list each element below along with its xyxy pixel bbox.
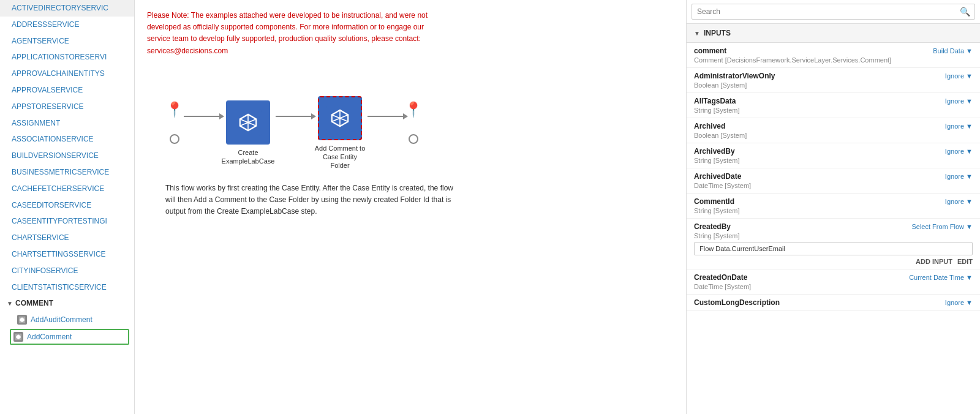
input-row-archivedby: ArchivedBy Ignore ▼ String [System] — [687, 143, 980, 168]
sidebar-item-chartsettingsservice[interactable]: CHARTSETTINGSSERVICE — [0, 246, 134, 263]
input-name: AllTagsData — [694, 97, 736, 105]
node-box-2[interactable] — [318, 96, 362, 140]
flow-arrow-1 — [184, 116, 221, 117]
input-action-comment[interactable]: Build Data ▼ — [933, 47, 973, 55]
input-type: String [System] — [694, 207, 973, 214]
flow-node-2[interactable]: Add Comment to Case Entity Folder — [312, 75, 368, 170]
input-row-commentid: CommentId Ignore ▼ String [System] — [687, 194, 980, 219]
chevron-down-icon: ▼ — [966, 299, 973, 306]
right-panel: 🔍 ▼ INPUTS comment Build Data ▼ Comment … — [686, 0, 980, 414]
input-row-alltagsdata: AllTagsData Ignore ▼ String [System] — [687, 93, 980, 118]
sidebar-item-label: ASSIGNMENT — [12, 118, 60, 129]
sidebar-subitem-addcomment[interactable]: AddComment — [10, 329, 129, 345]
input-row-archived: Archived Ignore ▼ Boolean [System] — [687, 118, 980, 143]
input-name: AdministratorViewOnly — [694, 72, 775, 80]
sidebar-item-activedirectoryservice[interactable]: ACTIVEDIRECTORYSERVIC — [0, 0, 134, 17]
flow-arrow-3 — [368, 116, 404, 117]
arrow-line-3 — [368, 116, 404, 117]
search-wrapper: 🔍 — [692, 4, 975, 20]
input-type: DateTime [System] — [694, 283, 973, 290]
input-name-comment: comment — [694, 47, 726, 55]
sidebar-item-label: CASEEDITORSERVICE — [12, 200, 91, 211]
chevron-down-icon: ▼ — [966, 274, 973, 281]
sidebar-item-appstoreservice[interactable]: APPSTORESERVICE — [0, 99, 134, 115]
input-row-header: CreatedOnDate Current Date Time ▼ — [694, 273, 973, 282]
node-label-2: Add Comment to Case Entity Folder — [312, 144, 368, 170]
sidebar-item-label: BUILDVERSIONSERVICE — [12, 151, 99, 161]
input-row-comment: comment Build Data ▼ Comment [DecisionsF… — [687, 43, 980, 68]
input-type: DateTime [System] — [694, 182, 973, 189]
chevron-down-icon: ▼ — [694, 30, 700, 37]
input-row-header: AdministratorViewOnly Ignore ▼ — [694, 72, 973, 80]
sidebar-item-clientstatisticservice[interactable]: CLIENTSTATISTICSERVICE — [0, 279, 134, 296]
sidebar-item-addressservice[interactable]: ADDRESSSERVICE — [0, 17, 134, 33]
sidebar-item-agentservice[interactable]: AGENTSERVICE — [0, 33, 134, 50]
input-type: String [System] — [694, 107, 973, 114]
flow-start-node: 📍 — [165, 101, 184, 144]
flow-diagram: 📍 Create ExampleLabCase — [165, 75, 674, 170]
main-content: Please Note: The examples attached were … — [135, 0, 686, 414]
input-value-box: Flow Data.CurrentUserEmail — [694, 242, 973, 255]
input-action[interactable]: Ignore ▼ — [945, 148, 973, 155]
sidebar-item-label: AGENTSERVICE — [12, 36, 69, 47]
sidebar-section-comment[interactable]: ▼ COMMENT — [0, 295, 134, 312]
input-actions-row: ADD INPUT EDIT — [694, 258, 973, 265]
input-action[interactable]: Ignore ▼ — [945, 122, 973, 130]
sidebar-item-approvalservice[interactable]: APPROVALSERVICE — [0, 82, 134, 99]
sidebar-item-businessmetricservice[interactable]: BUSINESSMETRICSERVICE — [0, 164, 134, 181]
input-action[interactable]: Ignore ▼ — [945, 97, 973, 105]
search-icon: 🔍 — [960, 7, 970, 17]
input-action[interactable]: Ignore ▼ — [945, 72, 973, 80]
flow-node-1[interactable]: Create ExampleLabCase — [221, 80, 276, 166]
sidebar-item-label: CHARTSETTINGSSERVICE — [12, 249, 106, 260]
input-name: CreatedBy — [694, 222, 731, 231]
sidebar-item-associationservice[interactable]: ASSOCIATIONSERVICE — [0, 131, 134, 148]
sidebar-item-caseentityfortesting[interactable]: CASEENTITYFORTESTINGI — [0, 213, 134, 230]
chevron-down-icon: ▼ — [966, 97, 973, 105]
inputs-header[interactable]: ▼ INPUTS — [687, 24, 980, 43]
sidebar-item-caseeditorservice[interactable]: CASEEDITORSERVICE — [0, 197, 134, 214]
input-row-createdondate: CreatedOnDate Current Date Time ▼ DateTi… — [687, 269, 980, 295]
sidebar: ACTIVEDIRECTORYSERVIC ADDRESSSERVICE AGE… — [0, 0, 135, 414]
input-action[interactable]: Ignore ▼ — [945, 198, 973, 205]
start-pin-icon: 📍 — [165, 101, 184, 118]
sidebar-item-label: ASSOCIATIONSERVICE — [12, 134, 94, 145]
sidebar-item-label: CACHEFETCHERSERVICE — [12, 184, 104, 194]
input-subtext-comment: Comment [DecisionsFramework.ServiceLayer… — [694, 56, 973, 64]
node-box-1[interactable] — [226, 100, 270, 145]
end-circle — [409, 134, 418, 144]
arrow-line — [184, 116, 221, 117]
flow-description: This flow works by first creating the Ca… — [165, 183, 459, 218]
start-circle — [170, 134, 179, 144]
input-row-header: ArchivedBy Ignore ▼ — [694, 147, 973, 156]
input-row-header: CreatedBy Select From Flow ▼ — [694, 222, 973, 231]
input-name: CommentId — [694, 197, 734, 206]
add-input-button[interactable]: ADD INPUT — [916, 258, 952, 265]
input-name: Archived — [694, 122, 725, 130]
comment-row-header: comment Build Data ▼ — [694, 47, 973, 55]
sidebar-item-label: APPSTORESERVICE — [12, 102, 84, 112]
inputs-section-label: INPUTS — [704, 29, 731, 37]
chevron-down-icon: ▼ — [966, 173, 973, 180]
input-action[interactable]: Ignore ▼ — [945, 173, 973, 180]
search-input[interactable] — [692, 4, 975, 20]
sidebar-item-chartservice[interactable]: CHARTSERVICE — [0, 230, 134, 246]
edit-button[interactable]: EDIT — [957, 258, 973, 265]
input-row-customlongdesc: CustomLongDescription Ignore ▼ — [687, 295, 980, 311]
sidebar-item-label: CASEENTITYFORTESTINGI — [12, 216, 107, 227]
sidebar-item-buildversionservice[interactable]: BUILDVERSIONSERVICE — [0, 148, 134, 164]
sidebar-subitem-addauditcomment[interactable]: AddAuditComment — [0, 312, 134, 328]
sidebar-item-approvalchain[interactable]: APPROVALCHAINENTITYS — [0, 66, 134, 82]
input-action[interactable]: Current Date Time ▼ — [909, 274, 973, 281]
sidebar-item-cachefetcherservice[interactable]: CACHEFETCHERSERVICE — [0, 181, 134, 197]
input-name: ArchivedBy — [694, 147, 735, 156]
sidebar-item-cityinfoservice[interactable]: CITYINFOSERVICE — [0, 263, 134, 279]
input-action[interactable]: Ignore ▼ — [945, 299, 973, 306]
sidebar-item-assignment[interactable]: ASSIGNMENT — [0, 115, 134, 132]
sidebar-item-label: BUSINESSMETRICSERVICE — [12, 167, 109, 178]
input-row-adminviewonly: AdministratorViewOnly Ignore ▼ Boolean [… — [687, 68, 980, 93]
chevron-down-icon: ▼ — [966, 223, 973, 230]
input-row-archiveddate: ArchivedDate Ignore ▼ DateTime [System] — [687, 168, 980, 194]
input-action[interactable]: Select From Flow ▼ — [911, 223, 973, 230]
sidebar-item-appstoreservice2[interactable]: APPLICATIONSTORESERVI — [0, 49, 134, 66]
